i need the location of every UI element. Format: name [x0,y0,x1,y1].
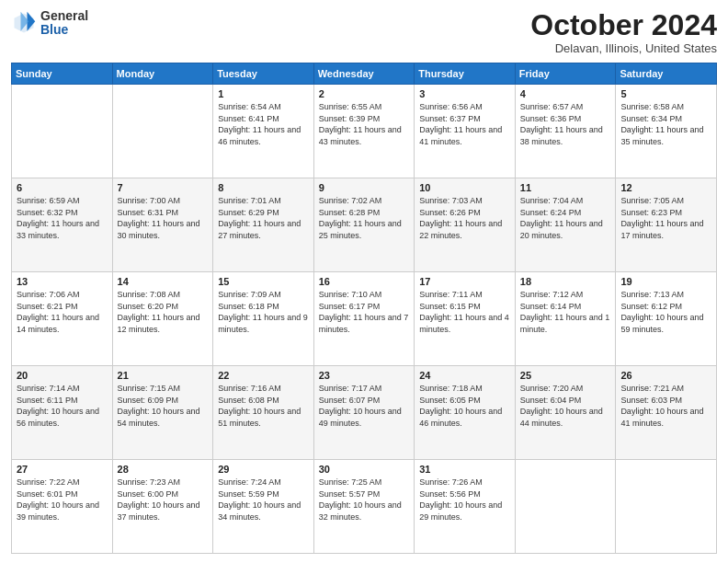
cell-0-4: 3Sunrise: 6:56 AM Sunset: 6:37 PM Daylig… [415,85,516,178]
cell-2-5: 18Sunrise: 7:12 AM Sunset: 6:14 PM Dayli… [515,272,616,366]
day-number: 23 [319,370,410,381]
cell-content: Sunrise: 7:09 AM Sunset: 6:18 PM Dayligh… [218,289,309,335]
cell-0-3: 2Sunrise: 6:55 AM Sunset: 6:39 PM Daylig… [313,85,415,178]
cell-4-5 [515,460,616,554]
cell-0-1 [112,85,213,178]
cell-content: Sunrise: 7:16 AM Sunset: 6:08 PM Dayligh… [218,383,309,429]
calendar: SundayMondayTuesdayWednesdayThursdayFrid… [11,63,717,554]
cell-content: Sunrise: 6:58 AM Sunset: 6:34 PM Dayligh… [620,101,711,147]
cell-2-6: 19Sunrise: 7:13 AM Sunset: 6:12 PM Dayli… [616,272,717,366]
cell-4-4: 31Sunrise: 7:26 AM Sunset: 5:56 PM Dayli… [415,460,516,554]
cell-content: Sunrise: 7:26 AM Sunset: 5:56 PM Dayligh… [419,477,510,523]
cell-content: Sunrise: 7:06 AM Sunset: 6:21 PM Dayligh… [17,289,108,335]
day-number: 20 [17,370,108,381]
day-number: 4 [520,88,611,99]
cell-3-5: 25Sunrise: 7:20 AM Sunset: 6:04 PM Dayli… [515,366,616,460]
day-number: 24 [419,370,510,381]
cell-content: Sunrise: 7:23 AM Sunset: 6:00 PM Dayligh… [118,477,209,523]
cell-content: Sunrise: 7:18 AM Sunset: 6:05 PM Dayligh… [419,383,510,429]
logo: General Blue [11,9,88,38]
location: Delavan, Illinois, United States [530,41,717,55]
day-number: 3 [419,88,510,99]
cell-content: Sunrise: 7:15 AM Sunset: 6:09 PM Dayligh… [118,383,209,429]
cell-3-3: 23Sunrise: 7:17 AM Sunset: 6:07 PM Dayli… [313,366,415,460]
cell-content: Sunrise: 6:59 AM Sunset: 6:32 PM Dayligh… [17,195,108,241]
day-number: 25 [520,370,611,381]
day-number: 10 [419,182,510,193]
cell-1-3: 9Sunrise: 7:02 AM Sunset: 6:28 PM Daylig… [313,178,415,272]
cell-4-3: 30Sunrise: 7:25 AM Sunset: 5:57 PM Dayli… [313,460,415,554]
day-number: 30 [319,464,410,475]
week-row-4: 27Sunrise: 7:22 AM Sunset: 6:01 PM Dayli… [12,460,717,554]
cell-content: Sunrise: 7:03 AM Sunset: 6:26 PM Dayligh… [419,195,510,241]
cell-0-5: 4Sunrise: 6:57 AM Sunset: 6:36 PM Daylig… [515,85,616,178]
header: General Blue October 2024 Delavan, Illin… [11,9,717,55]
day-number: 26 [620,370,711,381]
title-block: October 2024 Delavan, Illinois, United S… [530,9,717,55]
cell-1-4: 10Sunrise: 7:03 AM Sunset: 6:26 PM Dayli… [415,178,516,272]
cell-content: Sunrise: 7:14 AM Sunset: 6:11 PM Dayligh… [17,383,108,429]
cell-content: Sunrise: 7:10 AM Sunset: 6:17 PM Dayligh… [319,289,410,335]
day-number: 18 [520,276,611,287]
cell-0-2: 1Sunrise: 6:54 AM Sunset: 6:41 PM Daylig… [213,85,314,178]
header-day-monday: Monday [112,63,213,85]
day-number: 21 [118,370,209,381]
header-day-thursday: Thursday [415,63,516,85]
day-number: 9 [319,182,410,193]
cell-content: Sunrise: 7:00 AM Sunset: 6:31 PM Dayligh… [118,195,209,241]
day-number: 14 [118,276,209,287]
cell-4-0: 27Sunrise: 7:22 AM Sunset: 6:01 PM Dayli… [12,460,113,554]
day-number: 15 [218,276,309,287]
day-number: 5 [620,88,711,99]
cell-3-4: 24Sunrise: 7:18 AM Sunset: 6:05 PM Dayli… [415,366,516,460]
cell-2-4: 17Sunrise: 7:11 AM Sunset: 6:15 PM Dayli… [415,272,516,366]
cell-content: Sunrise: 6:56 AM Sunset: 6:37 PM Dayligh… [419,101,510,147]
cell-3-6: 26Sunrise: 7:21 AM Sunset: 6:03 PM Dayli… [616,366,717,460]
day-number: 19 [620,276,711,287]
header-row: SundayMondayTuesdayWednesdayThursdayFrid… [12,63,717,85]
cell-2-2: 15Sunrise: 7:09 AM Sunset: 6:18 PM Dayli… [213,272,314,366]
cell-4-1: 28Sunrise: 7:23 AM Sunset: 6:00 PM Dayli… [112,460,213,554]
cell-1-6: 12Sunrise: 7:05 AM Sunset: 6:23 PM Dayli… [616,178,717,272]
cell-content: Sunrise: 7:21 AM Sunset: 6:03 PM Dayligh… [620,383,711,429]
cell-content: Sunrise: 7:12 AM Sunset: 6:14 PM Dayligh… [520,289,611,335]
week-row-1: 6Sunrise: 6:59 AM Sunset: 6:32 PM Daylig… [12,178,717,272]
day-number: 11 [520,182,611,193]
cell-3-2: 22Sunrise: 7:16 AM Sunset: 6:08 PM Dayli… [213,366,314,460]
logo-text: General Blue [40,9,88,38]
day-number: 31 [419,464,510,475]
cell-1-0: 6Sunrise: 6:59 AM Sunset: 6:32 PM Daylig… [12,178,113,272]
header-day-saturday: Saturday [616,63,717,85]
cell-content: Sunrise: 7:08 AM Sunset: 6:20 PM Dayligh… [118,289,209,335]
calendar-header: SundayMondayTuesdayWednesdayThursdayFrid… [12,63,717,85]
day-number: 2 [319,88,410,99]
header-day-wednesday: Wednesday [313,63,415,85]
day-number: 29 [218,464,309,475]
cell-3-1: 21Sunrise: 7:15 AM Sunset: 6:09 PM Dayli… [112,366,213,460]
cell-content: Sunrise: 7:22 AM Sunset: 6:01 PM Dayligh… [17,477,108,523]
week-row-2: 13Sunrise: 7:06 AM Sunset: 6:21 PM Dayli… [12,272,717,366]
header-day-sunday: Sunday [12,63,113,85]
cell-2-3: 16Sunrise: 7:10 AM Sunset: 6:17 PM Dayli… [313,272,415,366]
cell-1-2: 8Sunrise: 7:01 AM Sunset: 6:29 PM Daylig… [213,178,314,272]
day-number: 13 [17,276,108,287]
day-number: 28 [118,464,209,475]
calendar-body: 1Sunrise: 6:54 AM Sunset: 6:41 PM Daylig… [12,85,717,554]
day-number: 1 [218,88,309,99]
cell-2-1: 14Sunrise: 7:08 AM Sunset: 6:20 PM Dayli… [112,272,213,366]
cell-4-6 [616,460,717,554]
cell-content: Sunrise: 7:17 AM Sunset: 6:07 PM Dayligh… [319,383,410,429]
month-title: October 2024 [530,9,717,41]
cell-content: Sunrise: 7:11 AM Sunset: 6:15 PM Dayligh… [419,289,510,335]
cell-3-0: 20Sunrise: 7:14 AM Sunset: 6:11 PM Dayli… [12,366,113,460]
logo-icon [11,10,37,36]
cell-content: Sunrise: 6:54 AM Sunset: 6:41 PM Dayligh… [218,101,309,147]
cell-content: Sunrise: 7:05 AM Sunset: 6:23 PM Dayligh… [620,195,711,241]
day-number: 12 [620,182,711,193]
cell-content: Sunrise: 7:13 AM Sunset: 6:12 PM Dayligh… [620,289,711,335]
week-row-3: 20Sunrise: 7:14 AM Sunset: 6:11 PM Dayli… [12,366,717,460]
logo-general-text: General [40,9,88,23]
cell-1-1: 7Sunrise: 7:00 AM Sunset: 6:31 PM Daylig… [112,178,213,272]
logo-blue-text: Blue [40,23,88,37]
day-number: 8 [218,182,309,193]
